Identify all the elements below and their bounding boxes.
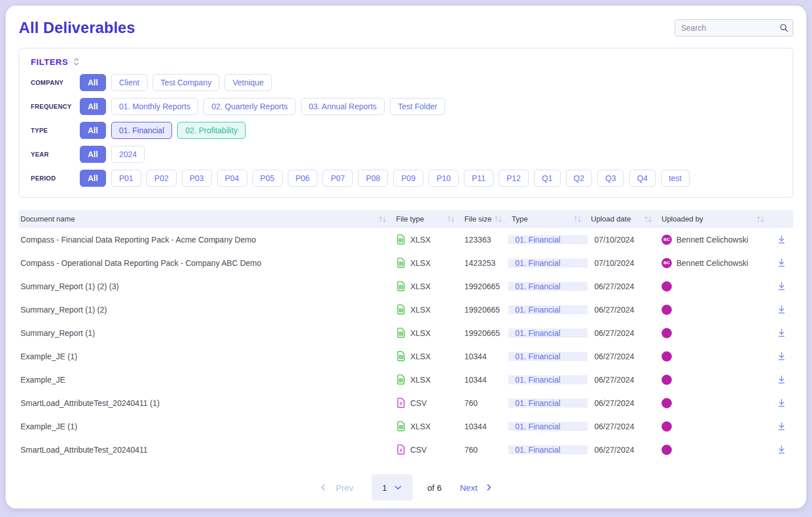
xlsx-file-icon — [396, 281, 406, 292]
filter-chip-type-02-profitability[interactable]: 02. Profitability — [177, 122, 246, 139]
filter-label-period: PERIOD — [31, 175, 80, 182]
svg-text:#: # — [399, 448, 402, 453]
type-cell-wrap: 01. Financial — [508, 251, 587, 274]
filter-chip-period-p12[interactable]: P12 — [499, 170, 529, 187]
table-row: SmartLoad_AttributeTest_20240411#CSV7600… — [19, 438, 793, 461]
filter-chip-period-q2[interactable]: Q2 — [566, 170, 593, 187]
page-select[interactable]: 1 — [372, 474, 413, 500]
download-button[interactable] — [775, 280, 788, 293]
filter-chip-company-vetnique[interactable]: Vetnique — [225, 74, 272, 91]
filter-chip-frequency-01-monthly-reports[interactable]: 01. Monthly Reports — [111, 98, 198, 115]
filter-chip-period-test[interactable]: test — [661, 170, 690, 187]
document-name-cell: Compass - Operational Data Reporting Pac… — [19, 251, 393, 274]
file-size-value: 760 — [464, 399, 478, 408]
filter-chip-type-01-financial[interactable]: 01. Financial — [111, 122, 172, 139]
file-type-cell: XLSX — [393, 368, 461, 391]
file-type-cell: XLSX — [393, 321, 461, 344]
document-name-cell: Example_JE (1) — [19, 344, 393, 368]
search-box — [675, 19, 793, 36]
filter-chip-period-p11[interactable]: P11 — [464, 170, 493, 187]
file-type-label: CSV — [410, 445, 427, 454]
download-button[interactable] — [775, 256, 788, 269]
chevron-down-icon — [394, 485, 402, 490]
type-cell-wrap: 01. Financial — [508, 228, 587, 251]
sort-icon[interactable] — [572, 215, 583, 223]
search-icon[interactable] — [780, 23, 789, 32]
uploaded-by-cell — [658, 321, 770, 344]
filter-chip-period-p08[interactable]: P08 — [358, 170, 388, 187]
filter-chip-company-test-company[interactable]: Test Company — [153, 74, 219, 91]
column-header-name[interactable]: Document name — [19, 210, 393, 228]
filter-chip-frequency-all[interactable]: All — [80, 98, 106, 115]
filter-chip-period-p10[interactable]: P10 — [429, 170, 459, 187]
file-type-cell: XLSX — [393, 228, 461, 251]
filter-row-type: TYPEAll01. Financial02. Profitability — [31, 122, 781, 139]
filter-chip-period-q1[interactable]: Q1 — [534, 170, 561, 187]
column-header-type[interactable]: Type — [508, 210, 587, 228]
svg-text:#: # — [399, 401, 402, 407]
filter-chip-period-all[interactable]: All — [80, 170, 106, 187]
download-button[interactable] — [775, 350, 788, 363]
column-header-file-size[interactable]: File size — [461, 210, 508, 228]
filter-chip-frequency-02-quarterly-reports[interactable]: 02. Quarterly Reports — [203, 98, 296, 115]
filters-collapse-icon[interactable] — [73, 57, 80, 67]
filter-chip-year-2024[interactable]: 2024 — [111, 146, 145, 163]
filter-chip-period-p09[interactable]: P09 — [393, 170, 423, 187]
chevron-left-icon — [320, 483, 326, 491]
sort-icon[interactable] — [446, 215, 456, 223]
sort-icon[interactable] — [377, 215, 388, 223]
filter-row-company: COMPANYAllClientTest CompanyVetnique — [31, 74, 781, 91]
sort-icon[interactable] — [643, 215, 654, 223]
file-type-cell: XLSX — [393, 415, 461, 438]
filter-chip-period-p06[interactable]: P06 — [288, 170, 318, 187]
document-name: Compass - Financial Data Reporting Pack … — [21, 235, 256, 244]
filter-chip-period-p07[interactable]: P07 — [323, 170, 353, 187]
type-badge: 01. Financial — [508, 305, 587, 314]
download-button[interactable] — [775, 373, 788, 386]
type-badge: 01. Financial — [508, 352, 587, 361]
download-button[interactable] — [775, 420, 788, 433]
filter-chip-period-p01[interactable]: P01 — [111, 170, 141, 187]
filter-chip-company-client[interactable]: Client — [111, 74, 148, 91]
document-name: Example_JE — [21, 375, 66, 384]
filter-chip-period-p03[interactable]: P03 — [182, 170, 212, 187]
column-header-uploaded-by[interactable]: Uploaded by — [658, 210, 770, 228]
filter-chip-frequency-03-annual-reports[interactable]: 03. Annual Reports — [301, 98, 385, 115]
filter-chip-period-q3[interactable]: Q3 — [597, 170, 624, 187]
download-button[interactable] — [775, 443, 788, 456]
file-size-value: 19920665 — [464, 305, 500, 314]
next-label: Next — [460, 483, 478, 493]
sort-icon[interactable] — [755, 215, 766, 223]
column-header-label: File type — [396, 215, 424, 223]
filters-title: FILTERS — [31, 57, 68, 67]
column-header-file-type[interactable]: File type — [393, 210, 461, 228]
search-input[interactable] — [675, 19, 793, 36]
file-size-cell: 123363 — [461, 228, 508, 251]
filter-chip-period-p02[interactable]: P02 — [146, 170, 177, 187]
filter-options-company: AllClientTest CompanyVetnique — [80, 74, 272, 91]
xlsx-file-icon — [396, 351, 406, 362]
download-button[interactable] — [775, 326, 788, 339]
prev-page-button[interactable]: Prev — [317, 482, 357, 493]
type-cell-wrap: 01. Financial — [508, 274, 587, 298]
next-page-button[interactable]: Next — [456, 482, 495, 493]
document-name: SmartLoad_AttributeTest_20240411 — [21, 445, 148, 454]
filter-chip-year-all[interactable]: All — [80, 146, 106, 163]
download-button[interactable] — [775, 233, 788, 246]
sort-icon[interactable] — [493, 215, 504, 223]
download-button[interactable] — [775, 396, 788, 409]
download-button[interactable] — [775, 303, 788, 316]
upload-date-value: 06/27/2024 — [594, 352, 634, 361]
file-type-cell: XLSX — [393, 251, 461, 274]
filter-chip-company-all[interactable]: All — [80, 74, 106, 91]
table-row: Summary_Report (1) (2) (3)XLSX1992066501… — [19, 274, 793, 298]
filter-chip-period-p04[interactable]: P04 — [217, 170, 247, 187]
filter-chip-period-p05[interactable]: P05 — [252, 170, 283, 187]
filter-chip-frequency-test-folder[interactable]: Test Folder — [390, 98, 445, 115]
filter-chip-period-q4[interactable]: Q4 — [629, 170, 656, 187]
column-header-upload-date[interactable]: Upload date — [587, 210, 658, 228]
document-name: SmartLoad_AttributeTest_20240411 (1) — [21, 399, 160, 408]
column-header-label: Type — [512, 215, 528, 223]
filter-chip-type-all[interactable]: All — [80, 122, 106, 139]
document-name: Compass - Operational Data Reporting Pac… — [21, 258, 262, 268]
